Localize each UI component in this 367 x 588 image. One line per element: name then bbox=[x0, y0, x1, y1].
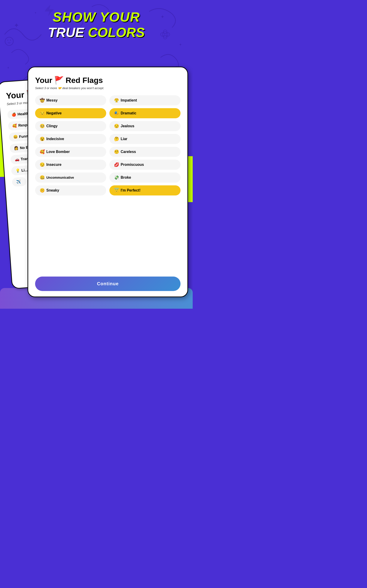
pill-love-bomber[interactable]: 🥰 Love Bomber bbox=[35, 147, 106, 157]
careless-emoji: 🤨 bbox=[114, 149, 119, 154]
card-front-subtitle: Select 3 or more 🤝 deal breakers you won… bbox=[35, 86, 181, 90]
impatient-emoji: 😤 bbox=[114, 98, 119, 103]
header-line1: SHOW YOUR bbox=[0, 9, 193, 25]
card-front-title: Your 🚩 Red Flags bbox=[35, 76, 181, 85]
careless-label: Careless bbox=[121, 150, 136, 154]
perfect-emoji: 😇 bbox=[114, 188, 119, 193]
messy-emoji: 🤠 bbox=[40, 98, 45, 103]
pill-careless[interactable]: 🤨 Careless bbox=[109, 147, 181, 157]
pill-sneaky[interactable]: 🤫 Sneaky bbox=[35, 185, 106, 195]
dramatic-label: Dramatic bbox=[121, 111, 136, 115]
impatient-label: Impatient bbox=[121, 98, 137, 103]
header-colors: COLORS bbox=[88, 25, 145, 40]
pill-im-perfect[interactable]: 😇 I'm Perfect! bbox=[109, 185, 181, 195]
header-line2: TRUE COLORS bbox=[0, 25, 193, 40]
sneaky-label: Sneaky bbox=[46, 188, 59, 192]
pill-negative[interactable]: 😒 Negative bbox=[35, 108, 106, 118]
promiscuous-emoji: 💋 bbox=[114, 162, 119, 167]
negative-label: Negative bbox=[46, 111, 62, 115]
negative-emoji: 😒 bbox=[40, 111, 45, 116]
clingy-emoji: 🥺 bbox=[40, 124, 45, 129]
dramatic-emoji: 🎭 bbox=[114, 111, 119, 116]
liar-label: Liar bbox=[121, 137, 127, 141]
header-title: SHOW YOUR TRUE COLORS bbox=[0, 9, 193, 40]
clingy-label: Clingy bbox=[46, 124, 58, 128]
liar-emoji: 🤔 bbox=[114, 137, 119, 141]
pill-clingy[interactable]: 🥺 Clingy bbox=[35, 121, 106, 131]
love-bomber-label: Love Bomber bbox=[46, 150, 70, 154]
pills-grid: 🤠 Messy 😤 Impatient 😒 Negative 🎭 Dramati… bbox=[35, 95, 181, 272]
back-pill-plane: ✈️ bbox=[12, 177, 27, 187]
insecure-label: Insecure bbox=[46, 163, 61, 167]
pill-insecure[interactable]: 😏 Insecure bbox=[35, 160, 106, 170]
pill-broke[interactable]: 💸 Broke bbox=[109, 173, 181, 183]
pill-jealous[interactable]: 😒 Jealous bbox=[109, 121, 181, 131]
pill-promiscuous[interactable]: 💋 Promiscuous bbox=[109, 160, 181, 170]
pill-liar[interactable]: 🤔 Liar bbox=[109, 134, 181, 144]
broke-label: Broke bbox=[121, 175, 131, 180]
sneaky-emoji: 🤫 bbox=[40, 188, 45, 193]
indecisive-emoji: 😵 bbox=[40, 137, 45, 141]
insecure-emoji: 😏 bbox=[40, 162, 45, 167]
love-bomber-emoji: 🥰 bbox=[40, 149, 45, 154]
pill-impatient[interactable]: 😤 Impatient bbox=[109, 95, 181, 105]
pill-indecisive[interactable]: 😵 Indecisive bbox=[35, 134, 106, 144]
pill-messy[interactable]: 🤠 Messy bbox=[35, 95, 106, 105]
jealous-emoji: 😒 bbox=[114, 124, 119, 129]
uncommunicative-emoji: 🤐 bbox=[40, 175, 45, 180]
indecisive-label: Indecisive bbox=[46, 137, 64, 141]
pill-dramatic[interactable]: 🎭 Dramatic bbox=[109, 108, 181, 118]
uncommunicative-label: Uncommunicative bbox=[46, 176, 74, 179]
messy-label: Messy bbox=[46, 98, 58, 103]
pill-uncommunicative[interactable]: 🤐 Uncommunicative bbox=[35, 173, 106, 183]
continue-button[interactable]: Continue bbox=[35, 277, 181, 291]
promiscuous-label: Promiscuous bbox=[121, 163, 144, 167]
header-true: TRUE bbox=[48, 25, 84, 40]
broke-emoji: 💸 bbox=[114, 175, 119, 180]
perfect-label: I'm Perfect! bbox=[121, 188, 141, 192]
jealous-label: Jealous bbox=[121, 124, 134, 128]
card-front: Your 🚩 Red Flags Select 3 or more 🤝 deal… bbox=[27, 67, 188, 297]
